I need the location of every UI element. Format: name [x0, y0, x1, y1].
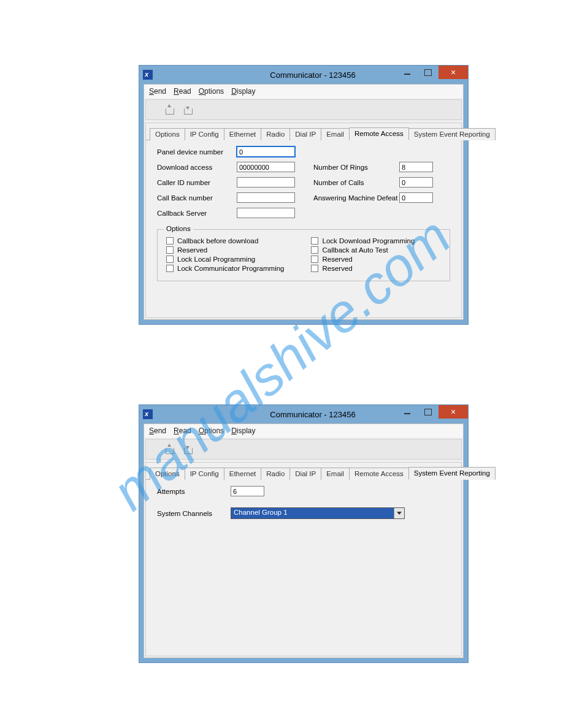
tab-remote-access[interactable]: Remote Access [349, 127, 409, 140]
toolbar [145, 439, 462, 460]
menu-send[interactable]: Send [149, 87, 166, 96]
chk-lock-communicator-programming[interactable] [166, 265, 174, 272]
app-icon [143, 70, 153, 80]
toolbar [145, 99, 462, 120]
chk-callback-before-download[interactable] [166, 237, 174, 245]
panel-device-number-input[interactable] [237, 146, 295, 157]
minimize-button[interactable] [397, 66, 418, 79]
download-icon[interactable] [183, 105, 193, 115]
callback-number-label: Call Back number [157, 194, 237, 202]
maximize-button[interactable] [418, 66, 439, 79]
number-of-rings-label: Number Of Rings [313, 164, 399, 171]
caller-id-input[interactable] [237, 177, 295, 188]
chk-label: Reserved [177, 246, 207, 254]
tabstrip: Options IP Config Ethernet Radio Dial IP… [146, 463, 461, 480]
attempts-input[interactable] [231, 486, 264, 496]
tab-options[interactable]: Options [150, 128, 185, 140]
menu-bar: Send Read Options Display [144, 85, 463, 98]
maximize-button[interactable] [418, 405, 439, 419]
close-button[interactable]: × [439, 66, 468, 79]
chk-lock-download-programming[interactable] [311, 237, 318, 245]
chk-label: Callback before download [177, 237, 258, 245]
tab-remote-access[interactable]: Remote Access [349, 468, 409, 480]
system-channels-combo[interactable]: Channel Group 1 [231, 507, 405, 519]
system-channels-value: Channel Group 1 [231, 508, 394, 518]
download-access-input[interactable] [237, 162, 295, 172]
menu-bar: Send Read Options Display [144, 424, 463, 438]
window-system-event-reporting: Communicator - 123456 × Send Read Option… [139, 404, 469, 663]
chk-lock-local-programming[interactable] [166, 256, 174, 263]
download-access-label: Download access [157, 164, 237, 171]
number-of-calls-input[interactable] [399, 177, 433, 188]
close-button[interactable]: × [439, 405, 468, 419]
app-icon [143, 409, 153, 419]
menu-display[interactable]: Display [231, 427, 255, 435]
system-channels-label: System Channels [157, 510, 224, 517]
options-groupbox-title: Options [164, 225, 193, 232]
tab-options[interactable]: Options [150, 468, 185, 480]
number-of-rings-input[interactable] [399, 162, 433, 172]
tab-radio[interactable]: Radio [261, 468, 290, 480]
minimize-button[interactable] [397, 405, 418, 419]
callback-server-label: Callback Server [157, 210, 237, 217]
upload-icon[interactable] [164, 444, 174, 454]
tabstrip: Options IP Config Ethernet Radio Dial IP… [146, 123, 461, 140]
callback-server-input[interactable] [237, 208, 295, 218]
menu-read[interactable]: Read [174, 87, 191, 96]
amd-input[interactable] [399, 192, 433, 203]
tab-ip-config[interactable]: IP Config [185, 468, 224, 480]
chk-label: Lock Communicator Programming [177, 265, 284, 272]
chk-label: Lock Download Programming [322, 237, 415, 245]
chevron-down-icon[interactable] [394, 508, 404, 518]
tab-radio[interactable]: Radio [261, 128, 290, 140]
number-of-calls-label: Number of Calls [313, 179, 399, 186]
menu-display[interactable]: Display [231, 87, 255, 96]
titlebar[interactable]: Communicator - 123456 × [139, 66, 468, 84]
chk-reserved-3[interactable] [311, 265, 318, 272]
attempts-label: Attempts [157, 488, 224, 495]
callback-number-input[interactable] [237, 192, 295, 203]
chk-reserved-1[interactable] [166, 246, 174, 254]
caller-id-label: Caller ID number [157, 179, 237, 186]
chk-callback-auto-test[interactable] [311, 246, 318, 254]
chk-label: Callback at Auto Test [322, 246, 388, 254]
chk-label: Reserved [322, 265, 352, 272]
amd-label: Answering Machine Defeat [313, 194, 399, 202]
tab-ip-config[interactable]: IP Config [185, 128, 224, 140]
tab-email[interactable]: Email [321, 128, 350, 140]
tab-email[interactable]: Email [321, 468, 350, 480]
tab-ethernet[interactable]: Ethernet [224, 128, 261, 140]
download-icon[interactable] [183, 444, 193, 454]
menu-read[interactable]: Read [174, 427, 191, 435]
tab-system-event-reporting[interactable]: System Event Reporting [408, 128, 496, 140]
panel-device-number-label: Panel device number [157, 148, 237, 156]
tab-system-event-reporting[interactable]: System Event Reporting [408, 467, 496, 480]
chk-label: Reserved [322, 256, 352, 263]
menu-options[interactable]: Options [199, 427, 224, 435]
menu-send[interactable]: Send [149, 427, 166, 435]
chk-label: Lock Local Programming [177, 256, 255, 263]
titlebar[interactable]: Communicator - 123456 × [139, 405, 468, 423]
window-remote-access: Communicator - 123456 × Send Read Option… [139, 65, 469, 325]
upload-icon[interactable] [164, 105, 174, 115]
tab-dial-ip[interactable]: Dial IP [289, 468, 321, 480]
menu-options[interactable]: Options [199, 87, 224, 96]
chk-reserved-2[interactable] [311, 256, 318, 263]
options-groupbox: Options Callback before download Reserve… [157, 229, 450, 281]
tab-dial-ip[interactable]: Dial IP [289, 128, 321, 140]
tab-ethernet[interactable]: Ethernet [224, 468, 261, 480]
